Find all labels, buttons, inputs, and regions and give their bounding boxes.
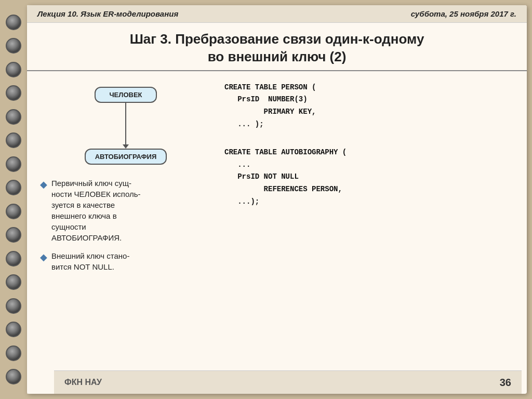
spiral-ring bbox=[6, 15, 21, 30]
code-line-2-1: CREATE TABLE AUTOBIOGRAPHY ( bbox=[224, 147, 516, 159]
code-line-2-3: PrsID NOT NULL bbox=[224, 171, 516, 183]
bullet-text-1: Первичный ключ сущ-ности ЧЕЛОВЕК исполь-… bbox=[51, 178, 141, 243]
code-line-2-2: ... bbox=[224, 159, 516, 171]
header-date: суббота, 25 ноября 2017 г. bbox=[411, 9, 516, 18]
code-block-2: CREATE TABLE AUTOBIOGRAPHY ( ... PrsID N… bbox=[224, 147, 516, 208]
bullet-item-1: ◆ Первичный ключ сущ-ности ЧЕЛОВЕК испол… bbox=[40, 178, 214, 243]
footer-institution: ФКН НАУ bbox=[64, 378, 102, 387]
code-line-2-4: REFERENCES PERSON, bbox=[224, 183, 516, 196]
paper: Лекция 10. Язык ER-моделирования суббота… bbox=[27, 5, 527, 394]
code-line-1-4: ... ); bbox=[224, 118, 516, 131]
bullet-item-2: ◆ Внешний ключ стано-вится NOT NULL. bbox=[40, 250, 214, 272]
spiral-ring bbox=[6, 132, 21, 148]
header-title: Лекция 10. Язык ER-моделирования bbox=[37, 9, 178, 18]
bullet-diamond-1: ◆ bbox=[40, 178, 47, 191]
spiral-ring bbox=[6, 322, 21, 337]
entity-person: ЧЕЛОВЕК bbox=[95, 87, 157, 103]
header: Лекция 10. Язык ER-моделирования суббота… bbox=[27, 5, 527, 23]
left-panel: ЧЕЛОВЕК АВТОБИОГРАФИЯ ◆ Первичный ключ с… bbox=[37, 82, 214, 387]
bullets-list: ◆ Первичный ключ сущ-ности ЧЕЛОВЕК испол… bbox=[37, 178, 214, 280]
right-panel: CREATE TABLE PERSON ( PrsID NUMBER(3) PR… bbox=[224, 82, 516, 387]
spiral-ring bbox=[6, 62, 21, 77]
content-area: ЧЕЛОВЕК АВТОБИОГРАФИЯ ◆ Первичный ключ с… bbox=[27, 71, 527, 392]
spiral-ring bbox=[6, 38, 21, 54]
code-block-1: CREATE TABLE PERSON ( PrsID NUMBER(3) PR… bbox=[224, 82, 516, 131]
connector-line-1 bbox=[125, 103, 126, 124]
spiral-ring bbox=[6, 251, 21, 267]
footer-page-number: 36 bbox=[500, 377, 511, 389]
spiral-binding bbox=[0, 0, 27, 399]
footer: ФКН НАУ 36 bbox=[54, 370, 522, 394]
bullet-diamond-2: ◆ bbox=[40, 251, 47, 264]
main-title-block: Шаг 3. Пребразование связи один-к-одному… bbox=[27, 23, 527, 71]
er-diagram: ЧЕЛОВЕК АВТОБИОГРАФИЯ bbox=[37, 82, 214, 170]
spiral-ring bbox=[6, 85, 21, 101]
spiral-ring bbox=[6, 345, 21, 361]
spiral-ring bbox=[6, 109, 21, 125]
main-title-text: Шаг 3. Пребразование связи один-к-одному… bbox=[37, 31, 516, 66]
code-line-1-2: PrsID NUMBER(3) bbox=[224, 94, 516, 106]
code-line-1-1: CREATE TABLE PERSON ( bbox=[224, 82, 516, 94]
spiral-ring bbox=[6, 369, 21, 384]
arrow-down-icon bbox=[123, 144, 129, 149]
spiral-ring bbox=[6, 204, 21, 219]
spiral-ring bbox=[6, 274, 21, 290]
code-line-1-3: PRIMARY KEY, bbox=[224, 106, 516, 118]
bullet-text-2: Внешний ключ стано-вится NOT NULL. bbox=[51, 250, 129, 272]
spiral-ring bbox=[6, 180, 21, 195]
entity-autobiography: АВТОБИОГРАФИЯ bbox=[85, 149, 167, 165]
connector-line-2 bbox=[125, 124, 126, 144]
slide-container: Лекция 10. Язык ER-моделирования суббота… bbox=[0, 0, 532, 399]
code-line-2-5: ...); bbox=[224, 196, 516, 208]
spiral-ring bbox=[6, 298, 21, 314]
spiral-ring bbox=[6, 227, 21, 243]
spiral-ring bbox=[6, 156, 21, 172]
